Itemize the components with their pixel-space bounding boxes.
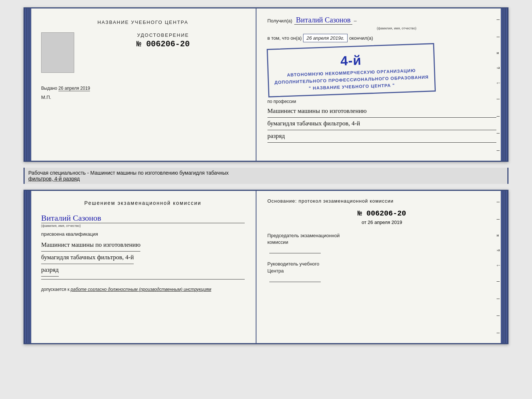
mark2: –: [497, 33, 500, 40]
bottom-name-sublabel: (фамилия, имя, отчество): [41, 224, 81, 228]
rukov-block: Руководитель учебного Центра: [267, 261, 496, 282]
bottom-doc-right: Основание: протокол экзаменационной коми…: [256, 191, 507, 343]
qualification-line2: бумагидля табачных фильтров, 4-й: [41, 252, 134, 264]
poluchil-line: Получил(а) Виталий Сазонов –: [267, 16, 496, 25]
chairman-sign-line: [269, 253, 321, 253]
mark6: –: [497, 147, 500, 153]
photo-box: [41, 32, 74, 73]
vydano-line: Выдано 26 апреля 2019: [41, 86, 245, 91]
mark3: –: [497, 95, 500, 102]
mark-lt: ‹–: [497, 80, 500, 85]
mark5: –: [497, 129, 500, 136]
rukov-sign-line: [269, 282, 321, 282]
bmark-lt: ‹–: [497, 263, 500, 267]
bottom-document: Решением экзаменационной комиссии Витали…: [24, 190, 508, 344]
bmark3: –: [497, 278, 500, 284]
bottom-left-name: Виталий Сазонов: [41, 213, 245, 223]
bmark4: –: [497, 295, 500, 302]
caption-text2: фильтров, 4-й разряд: [28, 176, 80, 182]
stamp-block: 4-й АВТОНОМНУЮ НЕКОММЕРЧЕСКУЮ ОРГАНИЗАЦИ…: [267, 46, 496, 95]
bmark5: –: [497, 312, 500, 318]
caption-bar: Рабочая специальность - Машинист машины …: [24, 168, 508, 184]
rukov-label2: Центра: [267, 268, 284, 274]
profession-line2: бумагидля табачных фильтров, 4-й: [267, 118, 496, 130]
prisvoena-label: присвоена квалификация: [41, 231, 98, 237]
okonchil-label: окончил(а): [349, 35, 373, 41]
right-binding-top: [501, 8, 507, 161]
rukov-label-text: Руководитель учебного: [267, 261, 319, 267]
vtom-date: 26 апреля 2019г.: [303, 34, 348, 42]
qualification-line3: разряд: [41, 265, 59, 277]
dopuskaetsya-block: допускается к работе согласно должностны…: [41, 287, 211, 292]
dopuskaetsya-prefix: допускается к: [41, 287, 69, 292]
right-binding-bottom: [501, 191, 507, 343]
vydano-label: Выдано: [41, 86, 57, 91]
left-binding-bottom: [25, 191, 31, 343]
mark-a: ›а: [497, 65, 500, 70]
ot-prefix: от: [362, 220, 366, 225]
ot-date: 26 апреля 2019: [368, 220, 402, 225]
osnovanie-line: Основание: протокол экзаменационной коми…: [267, 198, 496, 204]
bmark6: –: [497, 329, 500, 336]
ot-line: от 26 апреля 2019: [267, 220, 496, 225]
dopuskaetsya-text: работе согласно должностным (производств…: [71, 287, 211, 292]
mp-label: М.П.: [41, 95, 245, 100]
chairman-label: Председатель экзаменационной комиссии: [267, 232, 496, 246]
dash-after-name: –: [352, 18, 357, 24]
top-doc-right: Получил(а) Виталий Сазонов – (фамилия, и…: [256, 8, 507, 161]
vtom-prefix: в том, что он(а): [267, 35, 302, 41]
mark-i: и: [497, 50, 500, 55]
recipient-sublabel: (фамилия, имя, отчество): [297, 26, 496, 30]
vydano-date: 26 апреля 2019: [58, 86, 90, 91]
udostoverenie-title: УДОСТОВЕРЕНИЕ: [137, 32, 189, 38]
stamp-rect: 4-й АВТОНОМНУЮ НЕКОММЕРЧЕСКУЮ ОРГАНИЗАЦИ…: [267, 43, 436, 97]
profession-line1: Машинист машины по изготовлению: [267, 106, 496, 118]
qualification-line1: Машинист машины по изготовлению: [41, 240, 140, 252]
protocol-number: № 006206-20: [267, 209, 496, 218]
left-binding: [25, 8, 31, 161]
training-center-label-top: НАЗВАНИЕ УЧЕБНОГО ЦЕНТРА: [41, 19, 245, 25]
side-marks: – – и ›а ‹– – – – –: [497, 16, 500, 153]
bmark-a: ›а: [497, 247, 500, 252]
mark1: –: [497, 16, 500, 22]
recipient-name: Виталий Сазонов: [294, 16, 353, 25]
po-professii-label: по профессии: [267, 99, 496, 104]
udostoverenie-number: № 006206-20: [136, 40, 190, 49]
caption-text1: Рабочая специальность - Машинист машины …: [28, 170, 229, 176]
resheniem-title: Решением экзаменационной комиссии: [41, 200, 245, 206]
bmark-i: и: [497, 233, 500, 237]
stamp-line4: " НАЗВАНИЕ УЧЕБНОГО ЦЕНТРА ": [309, 83, 395, 91]
mark4: –: [497, 113, 500, 119]
poluchil-prefix: Получил(а): [267, 18, 292, 24]
bmark1: –: [497, 198, 500, 205]
bmark2: –: [497, 215, 500, 222]
chairman-label2: комиссии: [267, 239, 288, 245]
chairman-block: Председатель экзаменационной комиссии: [267, 232, 496, 253]
vtom-line: в том, что он(а) 26 апреля 2019г. окончи…: [267, 34, 496, 42]
top-document: НАЗВАНИЕ УЧЕБНОГО ЦЕНТРА УДОСТОВЕРЕНИЕ №…: [24, 7, 508, 162]
bottom-side-marks: – – и ›а ‹– – – – –: [497, 198, 500, 336]
profession-line3: разряд: [267, 131, 496, 143]
chairman-label-text: Председатель экзаменационной: [267, 233, 340, 238]
rukov-label: Руководитель учебного Центра: [267, 261, 496, 274]
